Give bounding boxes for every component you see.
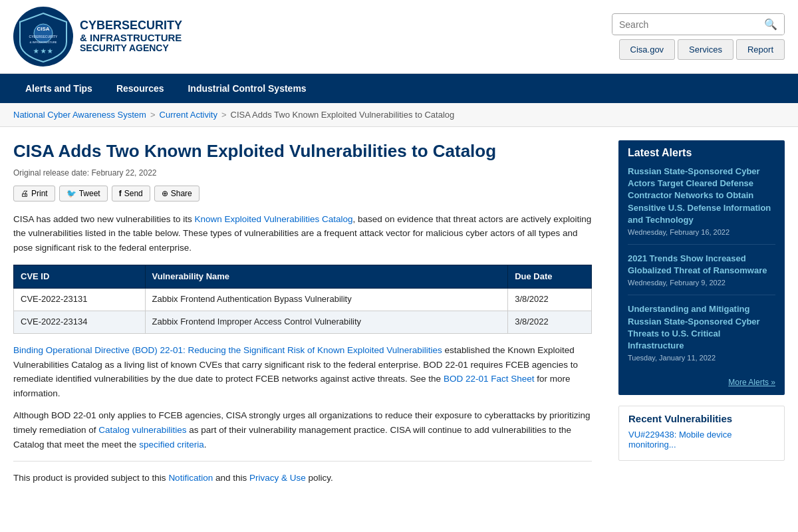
- alert-link[interactable]: Russian State-Sponsored Cyber Actors Tar…: [628, 166, 775, 226]
- privacy-link[interactable]: Privacy & Use: [249, 473, 306, 483]
- print-button[interactable]: 🖨 Print: [13, 186, 55, 201]
- alert-date: Tuesday, January 11, 2022: [628, 354, 775, 362]
- nav-ics[interactable]: Industrial Control Systems: [176, 74, 318, 103]
- social-buttons: 🖨 Print 🐦 Tweet f Send ⊕ Share: [13, 186, 592, 201]
- latest-alerts-title: Latest Alerts: [628, 147, 775, 159]
- latest-alerts-box: Latest Alerts Russian State-Sponsored Cy…: [618, 140, 785, 395]
- site-header: CISA CYBERSECURITY & INFRASTRUCTURE ★ ★ …: [0, 0, 798, 74]
- alert-item: Russian State-Sponsored Cyber Actors Tar…: [628, 166, 775, 245]
- cisa-gov-button[interactable]: Cisa.gov: [619, 39, 676, 60]
- services-button[interactable]: Services: [678, 39, 733, 60]
- body-policy: policy.: [306, 473, 333, 483]
- breadcrumb-ncas[interactable]: National Cyber Awareness System: [13, 110, 146, 120]
- breadcrumb-sep-1: >: [150, 110, 156, 120]
- release-date-value: February 22, 2022: [91, 168, 156, 178]
- divider: [13, 461, 592, 462]
- search-input[interactable]: [612, 15, 757, 34]
- svg-text:& INFRASTRUCTURE: & INFRASTRUCTURE: [30, 41, 57, 44]
- alert-link[interactable]: 2021 Trends Show Increased Globalized Th…: [628, 253, 775, 277]
- facebook-send-button[interactable]: f Send: [112, 186, 150, 201]
- alerts-list: Russian State-Sponsored Cyber Actors Tar…: [628, 166, 775, 370]
- article-intro-paragraph: CISA has added two new vulnerabilities t…: [13, 212, 592, 255]
- catalog-vuln-link[interactable]: Catalog vulnerabilities: [98, 425, 186, 435]
- table-row: CVE-2022-23131Zabbix Frontend Authentica…: [14, 289, 592, 311]
- header-nav-buttons: Cisa.gov Services Report: [619, 39, 785, 60]
- site-logo-text: CYBERSECURITY & INFRASTRUCTURE SECURITY …: [80, 19, 182, 54]
- header-right: 🔍 Cisa.gov Services Report: [612, 13, 785, 60]
- specified-criteria-link[interactable]: specified criteria: [139, 440, 204, 450]
- vuln-table-body: CVE-2022-23131Zabbix Frontend Authentica…: [14, 289, 592, 334]
- due-date-cell: 3/8/2022: [508, 311, 592, 334]
- body-period: .: [204, 440, 207, 450]
- breadcrumb-current-page: CISA Adds Two Known Exploited Vulnerabil…: [231, 110, 455, 120]
- cisa-shield-logo: CISA CYBERSECURITY & INFRASTRUCTURE ★ ★ …: [13, 7, 73, 66]
- table-row: CVE-2022-23134Zabbix Frontend Improper A…: [14, 311, 592, 334]
- article-although-paragraph: Although BOD 22-01 only applies to FCEB …: [13, 408, 592, 452]
- search-bar[interactable]: 🔍: [612, 13, 785, 35]
- release-label: Original release date:: [13, 168, 89, 178]
- kev-link[interactable]: Known Exploited Vulnerabilities Catalog: [194, 214, 352, 224]
- cve-id-cell: CVE-2022-23134: [14, 311, 146, 334]
- tweet-button[interactable]: 🐦 Tweet: [59, 186, 108, 201]
- due-date-cell: 3/8/2022: [508, 289, 592, 311]
- bod-directive-link[interactable]: Binding Operational Directive (BOD) 22-0…: [13, 345, 442, 355]
- alert-item: 2021 Trends Show Increased Globalized Th…: [628, 253, 775, 295]
- article-policy-paragraph: This product is provided subject to this…: [13, 471, 592, 485]
- recent-vulns-box: Recent Vulnerabilities VU#229438: Mobile…: [618, 406, 785, 461]
- recent-vulns-list: VU#229438: Mobile device monitoring...: [628, 430, 775, 450]
- alert-date: Wednesday, February 9, 2022: [628, 279, 775, 287]
- col-header-cve: CVE ID: [14, 265, 146, 289]
- col-header-name: Vulnerability Name: [145, 265, 508, 289]
- cve-id-cell: CVE-2022-23131: [14, 289, 146, 311]
- nav-alerts-tips[interactable]: Alerts and Tips: [13, 74, 104, 103]
- recent-vulns-title: Recent Vulnerabilities: [628, 413, 775, 424]
- logo-line1: CYBERSECURITY: [80, 19, 182, 33]
- vuln-name-cell: Zabbix Frontend Authentication Bypass Vu…: [145, 289, 508, 311]
- report-button[interactable]: Report: [736, 39, 785, 60]
- more-alerts-link[interactable]: More Alerts »: [628, 378, 775, 391]
- sidebar: Latest Alerts Russian State-Sponsored Cy…: [605, 127, 785, 507]
- alert-date: Wednesday, February 16, 2022: [628, 228, 775, 236]
- share-button[interactable]: ⊕ Share: [154, 186, 200, 201]
- nav-resources[interactable]: Resources: [104, 74, 176, 103]
- main-content: CISA Adds Two Known Exploited Vulnerabil…: [13, 127, 605, 507]
- notification-link[interactable]: Notification: [168, 473, 213, 483]
- body-and: and this: [213, 473, 249, 483]
- recent-vuln-item: VU#229438: Mobile device monitoring...: [628, 430, 775, 450]
- breadcrumb: National Cyber Awareness System > Curren…: [0, 103, 798, 127]
- breadcrumb-current-activity[interactable]: Current Activity: [160, 110, 217, 120]
- vulnerability-table: CVE ID Vulnerability Name Due Date CVE-2…: [13, 265, 592, 334]
- bod-fact-sheet-link[interactable]: BOD 22-01 Fact Sheet: [444, 374, 535, 384]
- page-title: CISA Adds Two Known Exploited Vulnerabil…: [13, 140, 592, 163]
- body-intro-text: CISA has added two new vulnerabilities t…: [13, 214, 194, 224]
- vuln-name-cell: Zabbix Frontend Improper Access Control …: [145, 311, 508, 334]
- content-area: CISA Adds Two Known Exploited Vulnerabil…: [0, 127, 798, 507]
- body-product: This product is provided subject to this: [13, 473, 168, 483]
- svg-text:★ ★ ★: ★ ★ ★: [33, 48, 53, 55]
- article-body: CISA has added two new vulnerabilities t…: [13, 212, 592, 485]
- search-button[interactable]: 🔍: [757, 14, 784, 35]
- main-navigation: Alerts and Tips Resources Industrial Con…: [0, 74, 798, 103]
- logo-line2: & INFRASTRUCTURE: [80, 33, 182, 44]
- breadcrumb-sep-2: >: [221, 110, 227, 120]
- logo-line3: SECURITY AGENCY: [80, 43, 182, 53]
- svg-text:CYBERSECURITY: CYBERSECURITY: [29, 35, 58, 39]
- alert-item: Understanding and Mitigating Russian Sta…: [628, 303, 775, 370]
- logo-area: CISA CYBERSECURITY & INFRASTRUCTURE ★ ★ …: [13, 7, 182, 66]
- col-header-date: Due Date: [508, 265, 592, 289]
- svg-text:CISA: CISA: [37, 26, 49, 32]
- article-binding-paragraph: Binding Operational Directive (BOD) 22-0…: [13, 343, 592, 400]
- alert-link[interactable]: Understanding and Mitigating Russian Sta…: [628, 303, 775, 352]
- release-date: Original release date: February 22, 2022: [13, 168, 592, 178]
- recent-vuln-link[interactable]: VU#229438: Mobile device monitoring...: [628, 430, 732, 450]
